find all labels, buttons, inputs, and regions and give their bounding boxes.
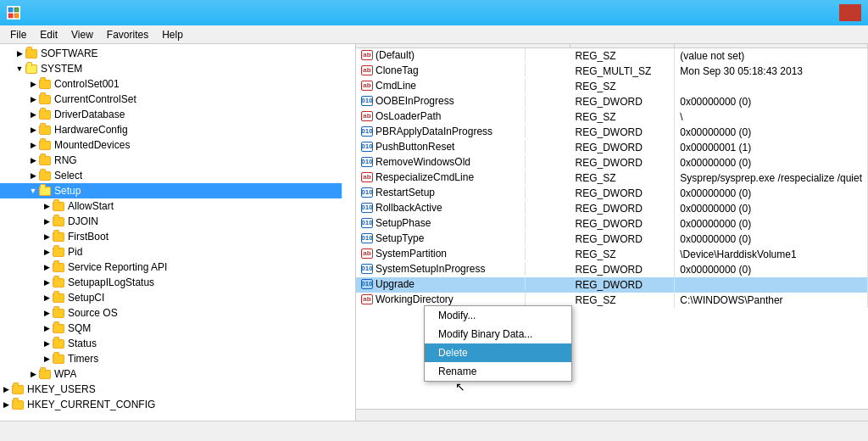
ctx-item-rename[interactable]: Rename (425, 362, 571, 381)
reg-type-icon: 010 (361, 218, 373, 228)
horizontal-scrollbar[interactable] (356, 409, 868, 421)
tree-item-rng[interactable]: ▶RNG (0, 153, 342, 168)
tree-item-hkey_users[interactable]: ▶HKEY_USERS (0, 382, 342, 397)
tree-toggle-djoin[interactable]: ▶ (41, 215, 53, 227)
table-row[interactable]: 010SetupPhaseREG_DWORD0x00000000 (0) (356, 216, 868, 232)
ctx-item-delete[interactable]: Delete (425, 343, 571, 362)
folder-icon-currentcontrolset (39, 94, 53, 104)
tree-toggle-driverdatabase[interactable]: ▶ (27, 109, 39, 120)
tree-toggle-servicereportingapi[interactable]: ▶ (41, 261, 53, 273)
tree-toggle-pid[interactable]: ▶ (41, 246, 53, 258)
table-row[interactable]: 010RollbackActiveREG_DWORD0x00000000 (0) (356, 201, 868, 216)
minimize-button[interactable] (792, 4, 814, 21)
tree-toggle-status[interactable]: ▶ (41, 338, 53, 349)
reg-name: WorkingDirectory (376, 293, 453, 305)
table-row[interactable]: 010RestartSetupREG_DWORD0x00000000 (0) (356, 186, 868, 201)
table-row[interactable]: abSystemPartitionREG_SZ\Device\HarddiskV… (356, 247, 868, 262)
tree-item-currentcontrolset[interactable]: ▶CurrentControlSet (0, 92, 342, 107)
cell-data (675, 79, 868, 94)
tree-toggle-select[interactable]: ▶ (27, 170, 39, 181)
tree-item-pid[interactable]: ▶Pid (0, 244, 342, 260)
menu-file[interactable]: File (3, 27, 33, 42)
tree-toggle-system[interactable]: ▼ (14, 63, 25, 75)
tree-label-wpa: WPA (54, 368, 76, 380)
tree-toggle-mounteddevices[interactable]: ▶ (27, 139, 39, 151)
table-row[interactable]: 010PushButtonResetREG_DWORD0x00000001 (1… (356, 140, 868, 155)
menu-edit[interactable]: Edit (33, 27, 64, 42)
tree-item-setup[interactable]: ▼Setup (0, 183, 342, 198)
cell-data: \Device\HarddiskVolume1 (675, 247, 868, 262)
tree-label-software: SOFTWARE (41, 47, 98, 59)
tree-item-allowstart[interactable]: ▶AllowStart (0, 198, 342, 214)
tree-toggle-hkey_current_config[interactable]: ▶ (0, 399, 12, 410)
tree-item-servicereportingapi[interactable]: ▶Service Reporting API (0, 260, 342, 275)
ctx-item-modify[interactable]: Modify... (425, 306, 571, 325)
menu-favorites[interactable]: Favorites (100, 27, 155, 42)
svg-rect-0 (8, 8, 13, 12)
menu-view[interactable]: View (64, 27, 100, 42)
tree-item-timers[interactable]: ▶Timers (0, 351, 342, 366)
table-row[interactable]: 010SetupTypeREG_DWORD0x00000000 (0) (356, 232, 868, 247)
app-icon (7, 6, 20, 20)
cell-data: \ (675, 109, 868, 125)
tree-label-djoin: DJOIN (68, 215, 98, 227)
tree-item-firstboot[interactable]: ▶FirstBoot (0, 229, 342, 244)
tree-item-driverdatabase[interactable]: ▶DriverDatabase (0, 107, 342, 122)
tree-item-system[interactable]: ▼SYSTEM (0, 61, 342, 76)
tree-item-controlset001[interactable]: ▶ControlSet001 (0, 76, 342, 92)
tree-item-select[interactable]: ▶Select (0, 168, 342, 183)
menu-help[interactable]: Help (155, 27, 190, 42)
tree-item-sourceos[interactable]: ▶Source OS (0, 305, 342, 321)
tree-toggle-software[interactable]: ▶ (14, 47, 25, 59)
reg-name: SetupPhase (376, 217, 431, 229)
reg-type-icon: 010 (361, 157, 373, 167)
tree-item-wpa[interactable]: ▶WPA (0, 366, 342, 382)
restore-button[interactable] (815, 4, 837, 21)
tree-toggle-setupapilogstatus[interactable]: ▶ (41, 276, 53, 288)
tree-toggle-hkey_users[interactable]: ▶ (0, 383, 12, 395)
tree-toggle-wpa[interactable]: ▶ (27, 368, 39, 380)
tree-toggle-setup[interactable]: ▼ (27, 185, 39, 197)
table-row[interactable]: abCloneTagREG_MULTI_SZMon Sep 30 05:18:4… (356, 64, 868, 79)
ctx-item-modify-binary[interactable]: Modify Binary Data... (425, 325, 571, 343)
table-row[interactable]: 010UpgradeREG_DWORD (356, 277, 868, 293)
tree-item-setupapilogstatus[interactable]: ▶SetupapILogStatus (0, 275, 342, 290)
tree-item-djoin[interactable]: ▶DJOIN (0, 214, 342, 229)
tree-toggle-sqm[interactable]: ▶ (41, 322, 53, 334)
tree-item-hardwareconfig[interactable]: ▶HardwareConfig (0, 122, 342, 137)
tree-toggle-rng[interactable]: ▶ (27, 154, 39, 166)
tree-toggle-setupci[interactable]: ▶ (41, 292, 53, 304)
tree-item-software[interactable]: ▶SOFTWARE (0, 46, 342, 61)
tree-toggle-allowstart[interactable]: ▶ (41, 200, 53, 212)
tree-scroll-area[interactable]: ▶SOFTWARE▼SYSTEM▶ControlSet001▶CurrentCo… (0, 44, 355, 421)
reg-name: PushButtonReset (376, 141, 454, 153)
table-row[interactable]: 010PBRApplyDataInProgressREG_DWORD0x0000… (356, 125, 868, 140)
tree-item-mounteddevices[interactable]: ▶MountedDevices (0, 137, 342, 153)
table-row[interactable]: 010RemoveWindowsOldREG_DWORD0x00000000 (… (356, 155, 868, 170)
tree-label-setupci: SetupCI (68, 292, 104, 304)
table-row[interactable]: 010OOBEInProgressREG_DWORD0x00000000 (0) (356, 94, 868, 109)
tree-toggle-currentcontrolset[interactable]: ▶ (27, 93, 39, 105)
tree-toggle-firstboot[interactable]: ▶ (41, 231, 53, 243)
table-row[interactable]: 010SystemSetupInProgressREG_DWORD0x00000… (356, 262, 868, 277)
table-row[interactable]: ab(Default)REG_SZ(value not set) (356, 48, 868, 64)
cell-name: 010PushButtonReset (356, 140, 526, 154)
cell-type: REG_SZ (570, 48, 675, 64)
tree-toggle-hardwareconfig[interactable]: ▶ (27, 124, 39, 136)
close-button[interactable] (839, 4, 861, 21)
tree-item-hkey_current_config[interactable]: ▶HKEY_CURRENT_CONFIG (0, 397, 342, 412)
tree-toggle-controlset001[interactable]: ▶ (27, 78, 39, 90)
tree-toggle-sourceos[interactable]: ▶ (41, 307, 53, 319)
tree-item-setupci[interactable]: ▶SetupCI (0, 290, 342, 305)
table-row[interactable]: abRespecializeCmdLineREG_SZSysprep/syspr… (356, 170, 868, 186)
tree-item-sqm[interactable]: ▶SQM (0, 321, 342, 336)
table-row[interactable]: abOsLoaderPathREG_SZ\ (356, 109, 868, 125)
reg-name: CloneTag (376, 64, 419, 76)
tree-toggle-timers[interactable]: ▶ (41, 353, 53, 365)
cell-name: 010SetupPhase (356, 216, 526, 230)
tree-label-hardwareconfig: HardwareConfig (54, 124, 128, 136)
cell-data: 0x00000000 (0) (675, 262, 868, 277)
table-row[interactable]: abCmdLineREG_SZ (356, 79, 868, 94)
tree-item-status[interactable]: ▶Status (0, 336, 342, 351)
tree-label-hkey_users: HKEY_USERS (27, 383, 96, 395)
